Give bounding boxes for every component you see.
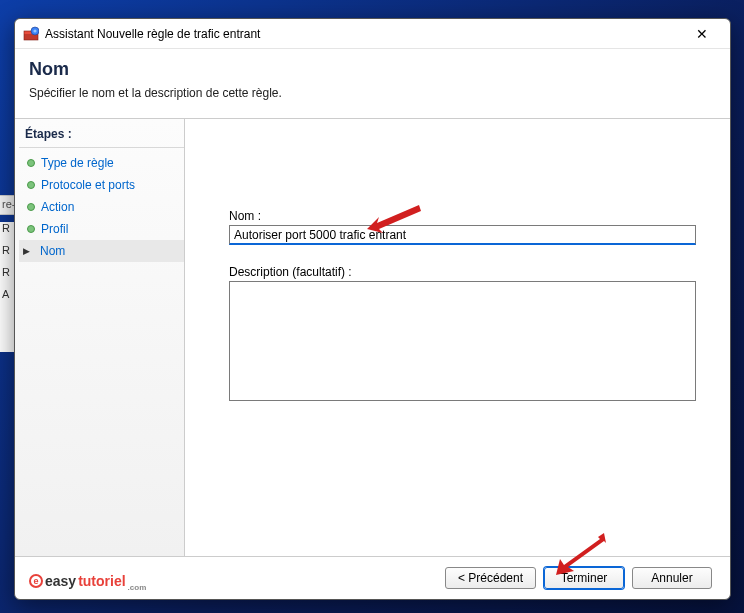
current-step-arrow-icon: ▶ [23,246,30,256]
description-label: Description (facultatif) : [229,265,696,279]
logo-tld: .com [128,583,147,592]
firewall-icon [23,26,39,42]
wizard-body: Étapes : Type de règle Protocole et port… [15,119,730,557]
step-bullet-icon [27,181,35,189]
step-label: Type de règle [41,156,114,170]
step-item-name[interactable]: ▶ Nom [19,240,184,262]
logo-text-prefix: easy [45,573,76,589]
wizard-header: Nom Spécifier le nom et la description d… [15,49,730,119]
name-label: Nom : [229,209,696,223]
step-item-profile[interactable]: Profil [19,218,184,240]
close-button[interactable]: ✕ [682,20,722,48]
logo-mark-icon: e [29,574,43,588]
wizard-dialog: Assistant Nouvelle règle de trafic entra… [14,18,731,600]
step-bullet-icon [27,203,35,211]
titlebar: Assistant Nouvelle règle de trafic entra… [15,19,730,49]
name-input[interactable] [229,225,696,245]
step-bullet-icon [27,225,35,233]
page-title: Nom [29,59,716,80]
bg-row: R [0,244,14,266]
step-item-action[interactable]: Action [19,196,184,218]
page-subtitle: Spécifier le nom et la description de ce… [29,86,716,100]
wizard-footer: e easytutoriel .com < Précédent Terminer… [15,557,730,599]
svg-point-4 [33,29,36,32]
close-icon: ✕ [696,27,708,41]
back-button[interactable]: < Précédent [445,567,536,589]
step-label: Profil [41,222,68,236]
bg-panel-header: re- [0,195,14,215]
description-input[interactable] [229,281,696,401]
step-label: Action [41,200,74,214]
bg-row: R [0,266,14,288]
bg-panel-rows: R R R A [0,222,14,352]
step-label: Nom [40,244,65,258]
step-item-protocol[interactable]: Protocole et ports [19,174,184,196]
bg-row: A [0,288,14,310]
window-title: Assistant Nouvelle règle de trafic entra… [45,27,682,41]
cancel-button[interactable]: Annuler [632,567,712,589]
step-item-type[interactable]: Type de règle [19,152,184,174]
steps-heading: Étapes : [19,127,184,148]
bg-row: R [0,222,14,244]
form-pane: Nom : Description (facultatif) : [185,119,730,556]
step-bullet-icon [27,159,35,167]
step-label: Protocole et ports [41,178,135,192]
finish-button[interactable]: Terminer [544,567,624,589]
watermark-logo: e easytutoriel .com [29,573,146,589]
logo-text-suffix: tutoriel [78,573,125,589]
steps-pane: Étapes : Type de règle Protocole et port… [15,119,185,556]
